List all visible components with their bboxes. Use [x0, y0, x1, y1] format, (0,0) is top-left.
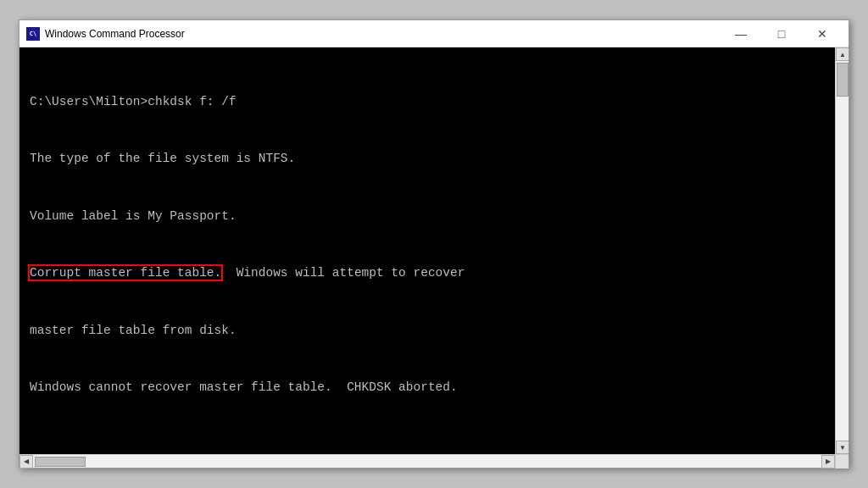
vertical-scrollbar[interactable]: ▲ ▼ — [835, 47, 849, 454]
output-line-1: The type of the file system is NTFS. — [30, 149, 825, 168]
close-button[interactable]: ✕ — [803, 22, 842, 46]
output-line-3: Corrupt master file table. Windows will … — [30, 263, 825, 282]
horizontal-scrollbar[interactable]: ◀ ▶ — [19, 455, 835, 469]
output-line-2: Volume label is My Passport. — [30, 207, 825, 225]
scroll-thumb-h[interactable] — [35, 457, 86, 467]
output-line-5: Windows cannot recover master file table… — [30, 378, 825, 396]
scroll-track-h[interactable] — [33, 456, 821, 468]
scroll-track-v[interactable] — [836, 61, 849, 441]
minimize-button[interactable]: — — [721, 22, 760, 46]
bottom-bar: ◀ ▶ — [19, 454, 849, 468]
error-highlight: Corrupt master file table. — [30, 266, 221, 280]
maximize-button[interactable]: □ — [762, 22, 801, 46]
scrollbar-corner — [835, 455, 849, 469]
window-controls: — □ ✕ — [721, 22, 842, 46]
app-icon: C\ — [26, 27, 40, 41]
output-line-4: master file table from disk. — [30, 321, 825, 340]
cmd-window: C\ Windows Command Processor — □ ✕ C:\Us… — [19, 19, 849, 469]
scroll-thumb-v[interactable] — [837, 63, 849, 97]
blank-line — [30, 435, 825, 453]
window-body: C:\Users\Milton>chkdsk f: /f The type of… — [19, 47, 849, 454]
scroll-left-button[interactable]: ◀ — [19, 455, 33, 469]
window-title: Windows Command Processor — [45, 28, 721, 40]
scroll-up-button[interactable]: ▲ — [836, 47, 849, 61]
terminal-output[interactable]: C:\Users\Milton>chkdsk f: /f The type of… — [19, 47, 835, 454]
title-bar: C\ Windows Command Processor — □ ✕ — [19, 20, 849, 47]
scroll-down-button[interactable]: ▼ — [836, 441, 849, 454]
command-line: C:\Users\Milton>chkdsk f: /f — [30, 92, 825, 111]
scroll-right-button[interactable]: ▶ — [821, 455, 835, 469]
